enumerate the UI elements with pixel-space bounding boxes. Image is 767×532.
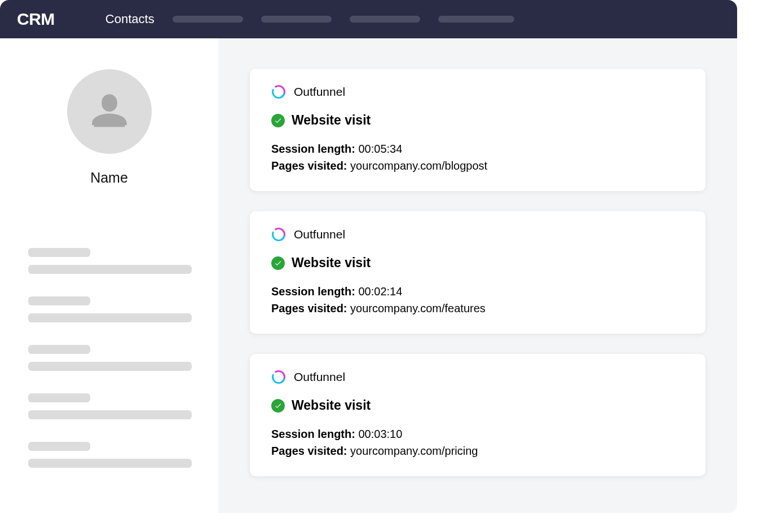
source-name: Outfunnel — [294, 228, 345, 241]
session-length-line: Session length: 00:02:14 — [271, 283, 684, 300]
activity-card: Outfunnel Website visit Session length: … — [250, 211, 706, 334]
session-length-line: Session length: 00:05:34 — [271, 140, 684, 157]
check-icon — [271, 399, 285, 413]
event-row: Website visit — [271, 113, 684, 128]
pages-visited-line: Pages visited: yourcompany.com/blogpost — [271, 157, 684, 174]
event-title: Website visit — [292, 113, 371, 128]
session-length-label: Session length: — [271, 428, 355, 440]
session-length-label: Session length: — [271, 143, 355, 155]
pages-visited-line: Pages visited: yourcompany.com/pricing — [271, 442, 684, 459]
field-value-placeholder — [28, 265, 192, 274]
activity-feed: Outfunnel Website visit Session length: … — [218, 38, 737, 513]
card-header: Outfunnel — [271, 370, 684, 384]
pages-visited-value: yourcompany.com/blogpost — [350, 159, 487, 172]
event-row: Website visit — [271, 398, 684, 413]
activity-card: Outfunnel Website visit Session length: … — [250, 354, 706, 476]
nav-item-placeholder[interactable] — [350, 16, 420, 23]
contact-sidebar: Name — [0, 38, 218, 513]
topbar: CRM Contacts — [0, 0, 737, 38]
session-length-value: 00:03:10 — [358, 428, 402, 440]
nav-item-placeholder[interactable] — [261, 16, 332, 23]
source-name: Outfunnel — [294, 85, 345, 99]
contact-field — [28, 296, 190, 322]
field-label-placeholder — [28, 393, 90, 402]
pages-visited-label: Pages visited: — [271, 445, 347, 457]
pages-visited-label: Pages visited: — [271, 302, 347, 314]
field-label-placeholder — [28, 248, 90, 257]
field-value-placeholder — [28, 362, 192, 371]
field-value-placeholder — [28, 410, 192, 419]
app-window: CRM Contacts Name — [0, 0, 737, 513]
nav-item-placeholder[interactable] — [173, 16, 243, 23]
field-value-placeholder — [28, 313, 192, 322]
field-label-placeholder — [28, 442, 90, 451]
pages-visited-label: Pages visited: — [271, 159, 347, 172]
contact-field — [28, 393, 190, 419]
session-length-value: 00:05:34 — [358, 143, 402, 155]
person-icon — [86, 88, 133, 135]
app-logo: CRM — [17, 10, 55, 29]
event-title: Website visit — [292, 398, 371, 413]
outfunnel-icon — [271, 370, 286, 384]
pages-visited-value: yourcompany.com/pricing — [350, 445, 478, 457]
source-name: Outfunnel — [294, 370, 345, 384]
contact-field — [28, 345, 190, 371]
field-label-placeholder — [28, 345, 90, 354]
check-icon — [271, 256, 285, 270]
outfunnel-icon — [271, 227, 286, 242]
event-row: Website visit — [271, 255, 684, 271]
nav-item-contacts[interactable]: Contacts — [105, 12, 155, 26]
contact-field — [28, 442, 190, 468]
contact-name: Name — [90, 170, 128, 186]
contact-field — [28, 248, 190, 274]
field-value-placeholder — [28, 459, 192, 468]
body: Name — [0, 38, 737, 513]
card-header: Outfunnel — [271, 85, 684, 99]
contact-avatar — [67, 69, 152, 154]
outfunnel-icon — [271, 85, 286, 99]
session-length-value: 00:02:14 — [358, 285, 402, 298]
field-label-placeholder — [28, 296, 90, 305]
activity-card: Outfunnel Website visit Session length: … — [250, 69, 706, 191]
session-length-label: Session length: — [271, 285, 355, 298]
pages-visited-value: yourcompany.com/features — [350, 302, 486, 314]
card-header: Outfunnel — [271, 227, 684, 242]
session-length-line: Session length: 00:03:10 — [271, 425, 684, 442]
top-nav: Contacts — [105, 12, 514, 26]
nav-item-placeholder[interactable] — [438, 16, 514, 23]
pages-visited-line: Pages visited: yourcompany.com/features — [271, 300, 684, 317]
event-title: Website visit — [292, 255, 371, 271]
check-icon — [271, 114, 285, 127]
